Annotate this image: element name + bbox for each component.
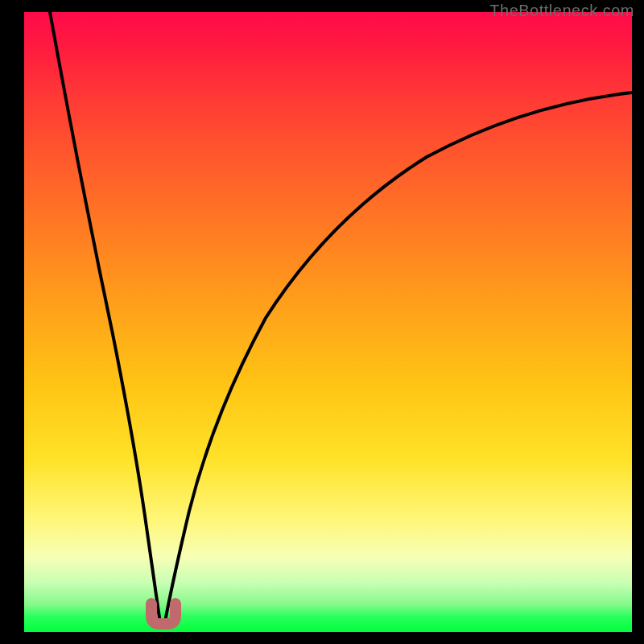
minimum-marker <box>151 604 175 624</box>
chart-stage: TheBottleneck.com <box>0 0 644 644</box>
plot-area <box>24 12 632 632</box>
curve-layer <box>24 12 632 632</box>
curve-left-branch <box>50 12 159 617</box>
watermark-text: TheBottleneck.com <box>489 2 634 20</box>
curve-right-branch <box>166 93 632 617</box>
